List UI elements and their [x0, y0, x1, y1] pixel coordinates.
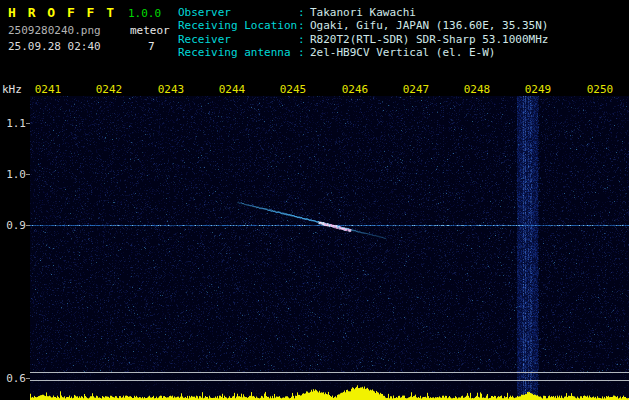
observation-datetime: 25.09.28 02:40 [8, 40, 101, 53]
info-label-location: Receiving Location [178, 19, 298, 32]
info-label-observer: Observer [178, 6, 298, 19]
time-label-0242: 0242 [96, 83, 123, 96]
freq-label-0.9: 0.9 [2, 219, 26, 232]
info-label-antenna: Receiving antenna [178, 46, 298, 59]
time-label-0243: 0243 [158, 83, 185, 96]
time-label-0246: 0246 [342, 83, 369, 96]
info-value-antenna: 2el-HB9CV Vertical (el. E-W) [310, 46, 618, 59]
time-label-0241: 0241 [35, 83, 62, 96]
time-label-0249: 0249 [525, 83, 552, 96]
observation-info-panel: Observer:Takanori Kawachi Receiving Loca… [178, 6, 618, 60]
info-colon: : [298, 6, 310, 19]
info-value-receiver: R820T2(RTL-SDR) SDR-Sharp 53.1000MHz [310, 33, 618, 46]
hrofft-output: { "app": { "title": "H R O F F T", "vers… [0, 0, 629, 400]
time-label-0248: 0248 [464, 83, 491, 96]
freq-label-0.6: 0.6 [2, 372, 26, 385]
app-version: 1.0.0 [128, 7, 161, 20]
output-filename: 2509280240.png [8, 24, 101, 37]
info-colon: : [298, 33, 310, 46]
info-colon: : [298, 46, 310, 59]
app-title: H R O F F T [8, 5, 116, 20]
info-value-location: Ogaki, Gifu, JAPAN (136.60E, 35.35N) [310, 19, 618, 32]
frequency-unit-label: kHz [2, 83, 22, 96]
info-label-receiver: Receiver [178, 33, 298, 46]
echo-count: 7 [148, 40, 155, 53]
freq-label-1.0: 1.0 [2, 168, 26, 181]
time-label-0245: 0245 [280, 83, 307, 96]
info-value-observer: Takanori Kawachi [310, 6, 618, 19]
mode-label: meteor [130, 24, 170, 37]
spectrogram-canvas [30, 96, 629, 400]
freq-label-1.1: 1.1 [2, 117, 26, 130]
info-colon: : [298, 19, 310, 32]
time-label-0247: 0247 [403, 83, 430, 96]
time-label-0250: 0250 [587, 83, 614, 96]
time-label-0244: 0244 [219, 83, 246, 96]
